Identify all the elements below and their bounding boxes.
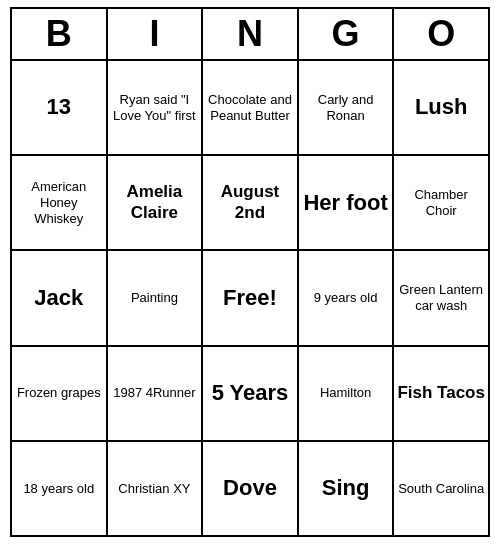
cell-1-0: American Honey Whiskey	[12, 156, 108, 249]
cell-3-4: Fish Tacos	[394, 347, 488, 440]
cell-0-2: Chocolate and Peanut Butter	[203, 61, 299, 154]
cell-4-0: 18 years old	[12, 442, 108, 535]
cell-1-3: Her foot	[299, 156, 395, 249]
cell-2-4: Green Lantern car wash	[394, 251, 488, 344]
bingo-row-3: Frozen grapes1987 4Runner5 YearsHamilton…	[12, 347, 488, 442]
cell-4-4: South Carolina	[394, 442, 488, 535]
bingo-row-4: 18 years oldChristian XYDoveSingSouth Ca…	[12, 442, 488, 535]
header-letter-O: O	[394, 9, 488, 59]
header-letter-N: N	[203, 9, 299, 59]
header-letter-B: B	[12, 9, 108, 59]
cell-3-0: Frozen grapes	[12, 347, 108, 440]
cell-4-1: Christian XY	[108, 442, 204, 535]
cell-0-0: 13	[12, 61, 108, 154]
cell-2-0: Jack	[12, 251, 108, 344]
cell-3-3: Hamilton	[299, 347, 395, 440]
header-letter-G: G	[299, 9, 395, 59]
cell-2-1: Painting	[108, 251, 204, 344]
header-letter-I: I	[108, 9, 204, 59]
cell-0-3: Carly and Ronan	[299, 61, 395, 154]
cell-0-1: Ryan said "I Love You" first	[108, 61, 204, 154]
cell-2-2: Free!	[203, 251, 299, 344]
bingo-header: BINGO	[12, 9, 488, 61]
cell-3-2: 5 Years	[203, 347, 299, 440]
cell-3-1: 1987 4Runner	[108, 347, 204, 440]
bingo-row-1: American Honey WhiskeyAmelia ClaireAugus…	[12, 156, 488, 251]
cell-1-2: August 2nd	[203, 156, 299, 249]
cell-1-1: Amelia Claire	[108, 156, 204, 249]
cell-1-4: Chamber Choir	[394, 156, 488, 249]
bingo-row-0: 13Ryan said "I Love You" firstChocolate …	[12, 61, 488, 156]
cell-4-2: Dove	[203, 442, 299, 535]
cell-4-3: Sing	[299, 442, 395, 535]
bingo-grid: 13Ryan said "I Love You" firstChocolate …	[12, 61, 488, 535]
bingo-card: BINGO 13Ryan said "I Love You" firstChoc…	[10, 7, 490, 537]
cell-2-3: 9 years old	[299, 251, 395, 344]
bingo-row-2: JackPaintingFree!9 years oldGreen Lanter…	[12, 251, 488, 346]
cell-0-4: Lush	[394, 61, 488, 154]
